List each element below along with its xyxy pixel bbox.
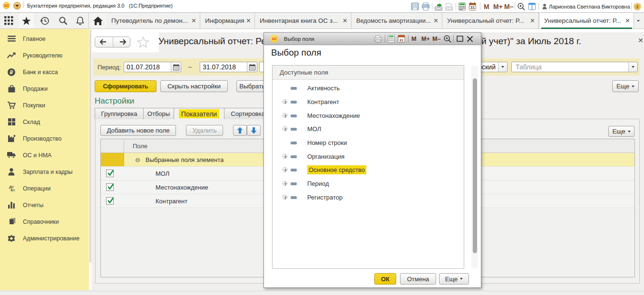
- svg-text:М+: М+: [493, 3, 503, 10]
- svg-text:М: М: [484, 3, 489, 10]
- svg-text:М: М: [411, 36, 416, 42]
- svg-text:М–: М–: [504, 3, 514, 10]
- svg-text:31: 31: [400, 38, 403, 42]
- svg-text:Ларионова Светлана Викторовна: Ларионова Светлана Викторовна: [549, 4, 630, 10]
- svg-text:М–: М–: [432, 36, 440, 42]
- svg-text:₽: ₽: [10, 69, 13, 75]
- svg-text:М+: М+: [421, 36, 430, 42]
- svg-text:i: i: [637, 4, 638, 10]
- svg-text:31: 31: [470, 5, 475, 10]
